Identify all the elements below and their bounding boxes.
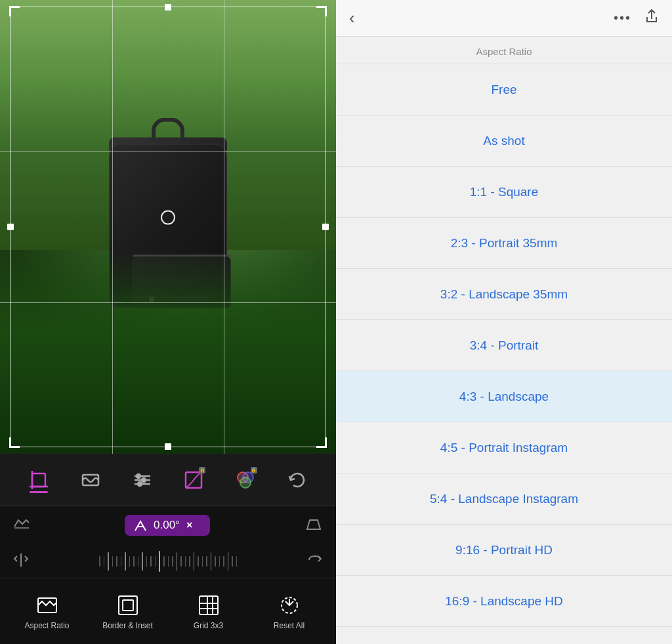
svg-marker-18 (307, 520, 320, 529)
crop-border[interactable] (10, 7, 326, 447)
bottom-safe-area (336, 637, 672, 644)
aspect-item-2-3-portrait[interactable]: 2:3 - Portrait 35mm (336, 218, 672, 269)
angle-value: 0.00° (154, 519, 180, 532)
ruler-ticks (37, 548, 299, 574)
photo-background (0, 0, 336, 454)
angle-row: 0.00° × (0, 506, 336, 544)
panel-title: Aspect Ratio (336, 37, 672, 64)
crop-handle-left[interactable] (7, 224, 14, 230)
flip-icon[interactable] (13, 552, 29, 571)
angle-close-button[interactable]: × (186, 519, 192, 531)
redo-icon[interactable] (307, 552, 323, 571)
aspect-item-free[interactable]: Free (336, 64, 672, 115)
crop-corner-tr[interactable] (316, 6, 327, 16)
straighten-icon[interactable] (13, 515, 30, 536)
trapezoid-icon[interactable] (304, 515, 323, 536)
crop-corner-tl[interactable] (9, 6, 20, 16)
crop-corner-br[interactable] (316, 437, 327, 448)
aspect-ratio-list: Free As shot 1:1 - Square 2:3 - Portrait… (336, 64, 672, 637)
edit-toolbar: 🔒 🔒 (0, 454, 336, 506)
crop-corner-bl[interactable] (9, 437, 20, 448)
svg-point-9 (138, 482, 142, 486)
aspect-item-9-16-portrait[interactable]: 9:16 - Portrait HD (336, 525, 672, 576)
photo-area (0, 0, 336, 454)
aspect-item-3-2-landscape[interactable]: 3:2 - Landscape 35mm (336, 269, 672, 320)
crop-handle-right[interactable] (322, 224, 329, 230)
nav-actions: ••• (614, 9, 659, 28)
svg-rect-23 (200, 596, 218, 614)
svg-rect-21 (119, 596, 137, 614)
right-panel: ‹ ••• Aspect Ratio Free As shot 1:1 - Sq… (336, 0, 672, 644)
aspect-item-4-5-portrait[interactable]: 4:5 - Portrait Instagram (336, 422, 672, 473)
svg-point-15 (240, 477, 251, 488)
left-panel: 🔒 🔒 (0, 0, 336, 644)
share-button[interactable] (644, 9, 659, 28)
bottom-btn-grid[interactable]: Grid 3x3 (182, 594, 235, 630)
svg-rect-22 (123, 600, 133, 611)
bottom-btn-reset-all[interactable]: Reset All (263, 594, 316, 630)
tool-levels[interactable] (80, 470, 101, 491)
aspect-item-3-4-portrait[interactable]: 3:4 - Portrait (336, 320, 672, 371)
tool-color[interactable]: 🔒 (235, 470, 256, 491)
aspect-item-as-shot[interactable]: As shot (336, 115, 672, 167)
svg-rect-0 (32, 473, 45, 487)
ruler-row (0, 544, 336, 578)
back-button[interactable]: ‹ (349, 8, 355, 28)
svg-point-8 (142, 478, 146, 482)
bottom-bar: Aspect Ratio Border & Inset Grid 3x3 (0, 578, 336, 644)
crop-handle-bottom[interactable] (165, 443, 171, 450)
aspect-item-4-3-landscape[interactable]: 4:3 - Landscape (336, 371, 672, 422)
crop-handle-top[interactable] (165, 4, 171, 10)
bottom-btn-border-inset[interactable]: Border & Inset (102, 594, 154, 630)
nav-bar: ‹ ••• (336, 0, 672, 37)
svg-rect-3 (83, 475, 98, 485)
svg-point-7 (136, 474, 140, 478)
more-options-button[interactable]: ••• (614, 10, 631, 26)
angle-display: 0.00° × (125, 515, 210, 536)
bottom-btn-aspect-ratio[interactable]: Aspect Ratio (21, 594, 74, 630)
tool-adjustments[interactable] (132, 470, 153, 491)
tool-crop[interactable] (28, 470, 49, 491)
aspect-item-16-9-landscape[interactable]: 16:9 - Landscape HD (336, 576, 672, 627)
aspect-item-1-1-square[interactable]: 1:1 - Square (336, 167, 672, 218)
tool-curves[interactable]: 🔒 (183, 470, 204, 491)
aspect-item-5-4-landscape[interactable]: 5:4 - Landscape Instagram (336, 473, 672, 525)
tool-history[interactable] (287, 470, 308, 491)
